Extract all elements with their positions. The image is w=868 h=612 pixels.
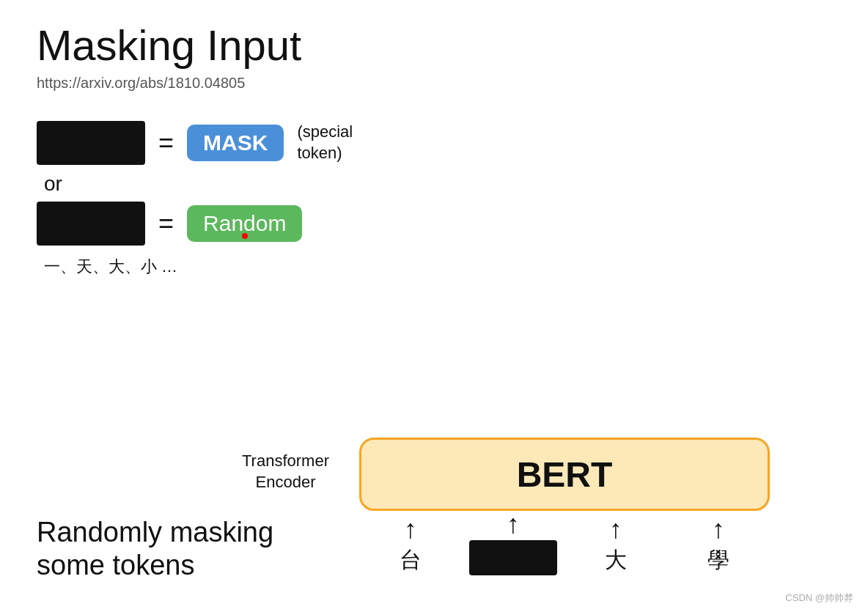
random-row: = Random <box>37 202 831 246</box>
mask-row: = MASK (specialtoken) <box>37 121 831 165</box>
arrow-col-4: ↑ 學 <box>667 516 770 575</box>
bert-wrapper: TransformerEncoder BERT <box>359 438 770 511</box>
bottom-section: Randomly masking some tokens Transformer… <box>37 516 831 590</box>
chinese-tokens: 一、天、大、小 … <box>44 256 831 278</box>
token-label-1: 台 <box>400 545 422 575</box>
token-label-3: 大 <box>605 545 627 575</box>
arrow-col-1: ↑ 台 <box>359 516 462 575</box>
token-label-4: 學 <box>707 545 729 575</box>
page-title: Masking Input <box>37 22 831 69</box>
arrow-col-2: ↑ <box>462 511 564 575</box>
special-token-text: (specialtoken) <box>297 122 353 163</box>
equals-random: = <box>158 208 174 239</box>
red-dot <box>242 233 248 239</box>
mask-badge: MASK <box>187 125 284 161</box>
main-container: Masking Input https://arxiv.org/abs/1810… <box>0 0 868 612</box>
arrow-up-2: ↑ <box>507 511 520 537</box>
arrow-up-4: ↑ <box>712 516 725 542</box>
arrow-col-3: ↑ 大 <box>564 516 667 575</box>
arrow-up-1: ↑ <box>404 516 417 542</box>
bottom-left-text: Randomly masking some tokens <box>37 516 273 590</box>
arrows-row: ↑ 台 ↑ ↑ 大 ↑ 學 <box>359 511 770 575</box>
bert-label: BERT <box>517 454 613 495</box>
equals-mask: = <box>158 128 174 158</box>
bert-diagram: TransformerEncoder BERT ↑ 台 ↑ ↑ 大 <box>301 438 828 575</box>
randomly-masking-text: Randomly masking some tokens <box>37 516 273 583</box>
random-badge: Random <box>187 205 302 242</box>
legend-section: = MASK (specialtoken) or = Random 一、天、大、… <box>37 121 831 278</box>
encoder-label: TransformerEncoder <box>242 451 329 493</box>
bert-box: BERT <box>359 438 770 511</box>
watermark: CSDN @帅帅棼 <box>785 591 853 605</box>
token-black-rect <box>469 540 557 575</box>
black-rect-random <box>37 202 145 246</box>
arrow-up-3: ↑ <box>609 516 622 542</box>
or-text: or <box>44 172 831 196</box>
subtitle-link: https://arxiv.org/abs/1810.04805 <box>37 75 831 92</box>
black-rect-mask <box>37 121 145 165</box>
